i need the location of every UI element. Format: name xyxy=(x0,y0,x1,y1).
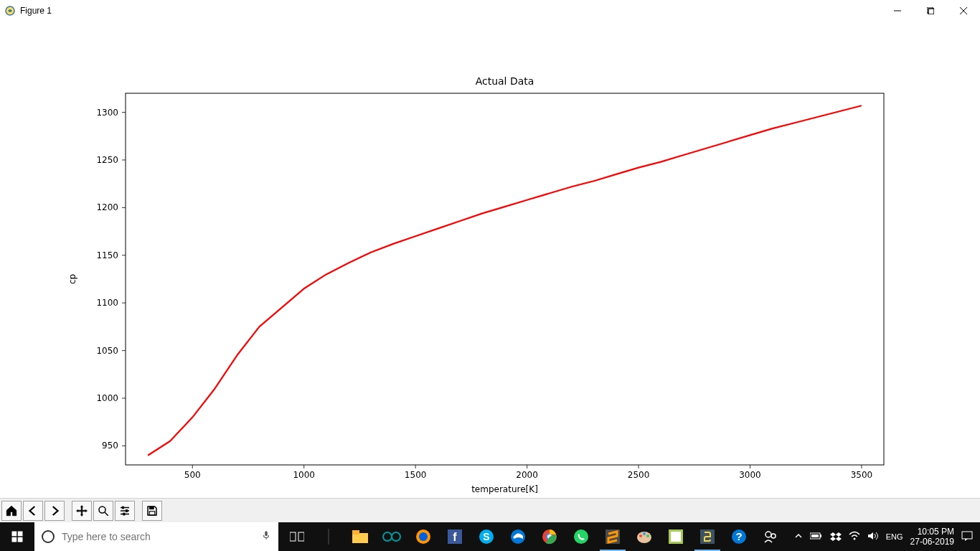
svg-rect-50 xyxy=(149,511,155,514)
notepadpp-icon[interactable] xyxy=(660,522,692,551)
svg-point-65 xyxy=(419,532,428,541)
svg-rect-52 xyxy=(18,532,23,537)
firefox-icon[interactable] xyxy=(407,522,439,551)
svg-rect-7 xyxy=(126,93,884,465)
close-button[interactable] xyxy=(947,0,980,22)
language-indicator[interactable]: ENG xyxy=(886,532,903,541)
help-icon[interactable]: ? xyxy=(723,522,755,551)
svg-rect-51 xyxy=(12,532,17,537)
svg-rect-54 xyxy=(18,537,23,542)
arduino-icon[interactable] xyxy=(376,522,407,551)
mic-icon[interactable] xyxy=(261,529,271,545)
start-button[interactable] xyxy=(0,522,34,551)
svg-text:1300: 1300 xyxy=(96,108,118,118)
sublime-icon[interactable] xyxy=(597,522,628,551)
tray-chevron-icon[interactable] xyxy=(794,532,803,542)
svg-point-79 xyxy=(646,534,649,537)
file-explorer-icon[interactable] xyxy=(344,522,376,551)
chrome-icon[interactable] xyxy=(534,522,565,551)
taskbar-divider xyxy=(313,522,344,551)
wifi-icon[interactable] xyxy=(849,531,860,542)
edge-icon[interactable] xyxy=(502,522,534,551)
maximize-button[interactable] xyxy=(914,0,947,22)
paint-icon[interactable] xyxy=(628,522,660,551)
svg-rect-53 xyxy=(12,537,17,542)
taskbar-time: 10:05 PM xyxy=(910,527,954,537)
svg-rect-48 xyxy=(123,513,125,515)
action-center-icon[interactable] xyxy=(961,530,973,543)
home-button[interactable] xyxy=(1,501,22,521)
svg-rect-60 xyxy=(352,533,368,543)
whatsapp-icon[interactable] xyxy=(565,522,597,551)
svg-text:1050: 1050 xyxy=(96,346,118,356)
volume-icon[interactable] xyxy=(867,531,879,542)
svg-point-85 xyxy=(765,532,771,537)
svg-rect-55 xyxy=(265,531,268,536)
svg-text:1000: 1000 xyxy=(293,470,315,480)
svg-point-78 xyxy=(643,532,646,535)
svg-text:Actual Data: Actual Data xyxy=(476,75,534,87)
chart-canvas: 5001000150020002500300035009501000105011… xyxy=(0,22,980,498)
svg-rect-88 xyxy=(820,534,821,537)
task-view-icon[interactable] xyxy=(281,522,313,551)
svg-rect-61 xyxy=(352,530,359,534)
svg-line-42 xyxy=(105,512,108,516)
back-button[interactable] xyxy=(23,501,43,521)
svg-rect-89 xyxy=(811,534,819,537)
python-icon[interactable] xyxy=(692,522,723,551)
svg-rect-3 xyxy=(928,9,934,14)
minimize-button[interactable] xyxy=(881,0,914,22)
taskbar-search[interactable] xyxy=(34,522,278,551)
taskbar-date: 27-06-2019 xyxy=(910,537,954,547)
svg-rect-81 xyxy=(671,532,681,542)
svg-rect-58 xyxy=(298,532,304,541)
save-button[interactable] xyxy=(142,501,162,521)
chart-svg: 5001000150020002500300035009501000105011… xyxy=(0,22,980,498)
svg-rect-57 xyxy=(290,532,296,541)
svg-point-74 xyxy=(574,529,588,544)
svg-point-41 xyxy=(99,507,105,513)
dropbox-icon[interactable] xyxy=(830,531,842,542)
svg-text:f: f xyxy=(453,531,457,543)
forward-button[interactable] xyxy=(44,501,65,521)
svg-text:?: ? xyxy=(735,530,742,542)
svg-text:cp: cp xyxy=(67,274,77,284)
pan-button[interactable] xyxy=(72,501,92,521)
svg-rect-46 xyxy=(122,507,123,509)
svg-point-63 xyxy=(392,532,400,541)
facebook-icon[interactable]: f xyxy=(439,522,471,551)
svg-text:1000: 1000 xyxy=(96,393,118,403)
configure-button[interactable] xyxy=(115,501,135,521)
svg-text:3000: 3000 xyxy=(739,470,761,480)
window-titlebar: Figure 1 xyxy=(0,0,980,22)
svg-text:1200: 1200 xyxy=(96,202,118,212)
svg-text:3500: 3500 xyxy=(851,470,873,480)
search-input[interactable] xyxy=(62,531,254,542)
battery-icon[interactable] xyxy=(810,532,823,542)
taskbar-clock[interactable]: 10:05 PM 27-06-2019 xyxy=(910,527,954,547)
svg-point-86 xyxy=(771,534,776,538)
svg-text:1100: 1100 xyxy=(96,298,118,308)
svg-text:500: 500 xyxy=(184,470,201,480)
svg-point-62 xyxy=(383,532,392,541)
taskbar-apps: f S ? xyxy=(281,522,786,551)
svg-text:temperature[K]: temperature[K] xyxy=(471,484,538,494)
svg-rect-49 xyxy=(149,507,154,509)
cortana-icon xyxy=(42,530,55,543)
svg-text:950: 950 xyxy=(102,441,118,451)
svg-text:S: S xyxy=(483,531,489,542)
windows-taskbar: f S ? ENG 10:05 PM 27-06-2019 xyxy=(0,522,980,551)
zoom-button[interactable] xyxy=(93,501,113,521)
skype-icon[interactable]: S xyxy=(471,522,502,551)
svg-text:1500: 1500 xyxy=(405,470,427,480)
svg-point-90 xyxy=(853,538,855,540)
app-icon xyxy=(4,5,16,17)
people-icon[interactable] xyxy=(755,522,786,551)
svg-text:2000: 2000 xyxy=(516,470,538,480)
svg-rect-91 xyxy=(962,532,972,539)
mpl-toolbar xyxy=(0,498,980,522)
svg-text:1150: 1150 xyxy=(96,250,118,260)
system-tray: ENG 10:05 PM 27-06-2019 xyxy=(787,527,980,547)
svg-text:1250: 1250 xyxy=(96,155,118,165)
svg-point-77 xyxy=(639,534,642,537)
